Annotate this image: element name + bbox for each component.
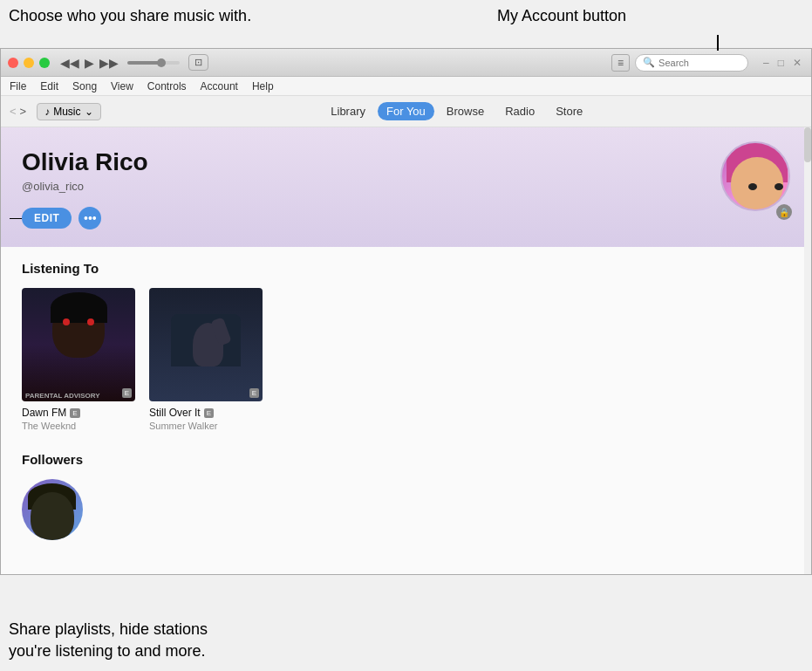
title-bar-right: ≡ 🔍 – □ ✕	[611, 54, 804, 72]
profile-name: Olivia Rico	[22, 148, 790, 176]
list-view-button[interactable]: ≡	[611, 54, 630, 72]
avatar-memoji	[722, 143, 788, 209]
tab-library[interactable]: Library	[322, 102, 374, 120]
lock-icon: 🔒	[779, 208, 789, 217]
search-icon: 🔍	[643, 57, 655, 68]
listening-to-title: Listening To	[22, 261, 790, 276]
tb-restore-button[interactable]: □	[775, 57, 787, 69]
profile-section: Olivia Rico @olivia_rico EDIT •••	[1, 127, 811, 247]
album-cover-still-over-it: E	[149, 288, 263, 401]
nav-arrows: < >	[10, 105, 26, 118]
airplay-icon: ⊡	[194, 57, 202, 67]
menu-account[interactable]: Account	[201, 80, 238, 92]
transport-controls: ◀◀ ▶ ▶▶ ⊡	[60, 54, 208, 71]
source-label: Music	[53, 106, 80, 118]
content-area: Listening To	[1, 247, 811, 574]
listening-to-section: Listening To	[22, 261, 790, 431]
menu-view[interactable]: View	[111, 80, 133, 92]
menu-help[interactable]: Help	[252, 80, 274, 92]
edit-callout-line	[10, 218, 22, 219]
bottom-annotation: Share playlists, hide stationsyou're lis…	[9, 619, 208, 662]
list-icon: ≡	[618, 57, 624, 69]
profile-actions: EDIT •••	[22, 207, 790, 229]
edit-button[interactable]: EDIT	[22, 208, 72, 229]
nav-bar: < > ♪ Music ⌄ Library For You Browse Rad…	[1, 96, 811, 127]
airplay-button[interactable]: ⊡	[188, 54, 208, 71]
still-over-it-artist: Summer Walker	[149, 421, 263, 431]
still-over-it-title: Still Over It E	[149, 407, 263, 419]
source-icon: ♪	[44, 106, 50, 118]
source-chevron-icon: ⌄	[85, 106, 93, 118]
menu-edit[interactable]: Edit	[40, 80, 58, 92]
more-options-button[interactable]: •••	[78, 207, 101, 229]
tb-close-button[interactable]: ✕	[790, 57, 804, 69]
title-bar: ◀◀ ▶ ▶▶ ⊡ ≡ 🔍 – □ ✕	[1, 49, 811, 77]
nav-tabs: Library For You Browse Radio Store	[322, 102, 591, 120]
followers-section: Followers	[22, 452, 790, 540]
itunes-window: ◀◀ ▶ ▶▶ ⊡ ≡ 🔍 – □ ✕	[0, 48, 812, 575]
my-account-arrow-line	[717, 35, 719, 51]
menu-bar: File Edit Song View Controls Account Hel…	[1, 77, 811, 96]
search-input[interactable]	[658, 58, 737, 68]
album-grid: PARENTAL ADVISORY E Dawn FM E The Weeknd	[22, 288, 790, 431]
album-item-dawn-fm[interactable]: PARENTAL ADVISORY E Dawn FM E The Weeknd	[22, 288, 135, 431]
play-button[interactable]: ▶	[85, 56, 94, 70]
volume-slider[interactable]	[127, 61, 180, 65]
nav-forward-button[interactable]: >	[20, 105, 27, 118]
tab-store[interactable]: Store	[547, 102, 591, 120]
scrollbar-track[interactable]	[804, 127, 811, 574]
follower-face	[31, 492, 74, 540]
top-left-annotation: Choose who you share music with.	[9, 7, 251, 25]
profile-handle: @olivia_rico	[22, 180, 790, 193]
maximize-window-button[interactable]	[39, 58, 50, 68]
menu-controls[interactable]: Controls	[147, 80, 187, 92]
back-button[interactable]: ◀◀	[60, 56, 79, 70]
avatar-eye-left	[748, 183, 757, 190]
avatar-eyes	[748, 183, 783, 190]
avatar-eye-right	[774, 183, 783, 190]
more-icon: •••	[84, 211, 97, 225]
album-cover-dawn-fm: PARENTAL ADVISORY E	[22, 288, 135, 401]
dawn-fm-artist: The Weeknd	[22, 421, 135, 431]
still-over-it-explicit-badge: E	[249, 388, 259, 398]
parental-advisory: PARENTAL ADVISORY	[25, 392, 100, 400]
dawn-fm-explicit-badge: E	[122, 388, 132, 398]
source-picker[interactable]: ♪ Music ⌄	[37, 103, 100, 120]
tb-minimize-button[interactable]: –	[761, 57, 772, 69]
tab-radio[interactable]: Radio	[496, 102, 543, 120]
dawnfm-art	[44, 297, 113, 358]
follower-avatar[interactable]	[22, 479, 83, 540]
dawn-fm-explicit-inline: E	[70, 408, 79, 418]
stillovrit-art	[149, 288, 263, 401]
album-item-still-over-it[interactable]: E Still Over It E Summer Walker	[149, 288, 263, 431]
close-window-button[interactable]	[8, 58, 18, 68]
search-box[interactable]: 🔍	[635, 54, 748, 72]
followers-title: Followers	[22, 452, 790, 467]
scrollbar-thumb[interactable]	[804, 127, 811, 162]
dawn-fm-title: Dawn FM E	[22, 407, 135, 419]
profile-avatar[interactable]	[720, 141, 790, 211]
lock-badge: 🔒	[776, 204, 792, 220]
menu-file[interactable]: File	[10, 80, 26, 92]
top-right-annotation: My Account button	[497, 7, 626, 25]
forward-button[interactable]: ▶▶	[99, 56, 119, 70]
window-controls	[8, 58, 50, 68]
main-content[interactable]: Olivia Rico @olivia_rico EDIT •••	[1, 127, 811, 574]
menu-song[interactable]: Song	[72, 80, 97, 92]
title-bar-win-buttons: – □ ✕	[761, 57, 804, 69]
avatar-face	[731, 157, 783, 209]
nav-back-button[interactable]: <	[10, 105, 17, 118]
volume-thumb	[157, 58, 166, 67]
tab-for-you[interactable]: For You	[378, 102, 434, 120]
still-over-it-explicit-inline: E	[204, 408, 214, 418]
tab-browse[interactable]: Browse	[438, 102, 493, 120]
minimize-window-button[interactable]	[24, 58, 34, 68]
